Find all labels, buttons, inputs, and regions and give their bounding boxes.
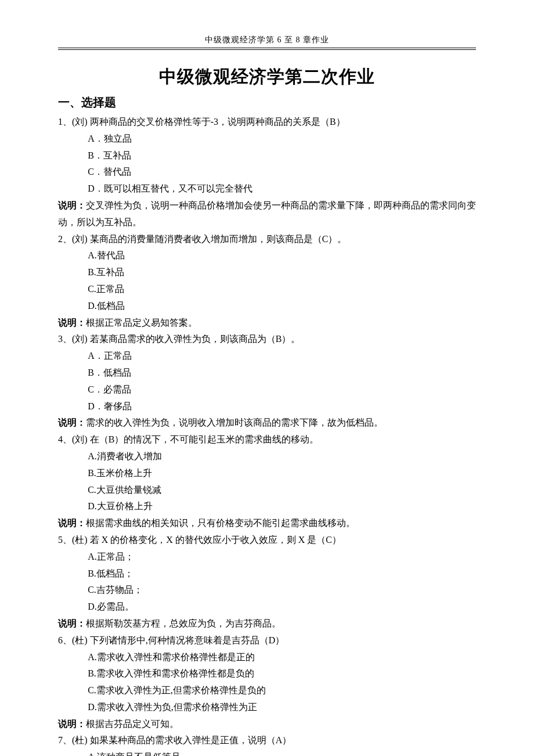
q1-stem: 1、(刘) 两种商品的交叉价格弹性等于-3，说明两种商品的关系是（B）	[58, 114, 476, 131]
q7-option-a: A.该种商品不是低等品	[58, 749, 476, 756]
q3-option-b: B．低档品	[58, 365, 476, 381]
q4-explain-text: 根据需求曲线的相关知识，只有价格变动不能引起需求曲线移动。	[86, 518, 355, 528]
section-1-heading: 一、选择题	[58, 95, 476, 110]
q1-option-b: B．互补品	[58, 147, 476, 164]
q6-option-c: C.需求收入弹性为正,但需求价格弹性是负的	[58, 682, 476, 699]
q1-option-a: A．独立品	[58, 131, 476, 147]
q6-option-d: D.需求收入弹性为负,但需求价格弹性为正	[58, 699, 476, 716]
q4-stem: 4、(刘) 在（B）的情况下，不可能引起玉米的需求曲线的移动。	[58, 431, 476, 448]
q2-stem: 2、(刘) 某商品的消费量随消费者收入增加而增加，则该商品是（C）。	[58, 231, 476, 248]
q3-explain: 说明：需求的收入弹性为负，说明收入增加时该商品的需求下降，故为低档品。	[58, 415, 476, 431]
q3-stem: 3、(刘) 若某商品需求的收入弹性为负，则该商品为（B）。	[58, 331, 476, 348]
q3-option-d: D．奢侈品	[58, 398, 476, 415]
q1-explain-label: 说明：	[58, 200, 86, 210]
q6-stem: 6、(杜) 下列诸情形中,何种情况将意味着是吉芬品（D）	[58, 632, 476, 649]
running-head-line2	[58, 49, 476, 50]
q2-explain-label: 说明：	[58, 318, 86, 327]
q1-option-c: C．替代品	[58, 164, 476, 181]
q2-option-b: B.互补品	[58, 264, 476, 281]
running-head: 中级微观经济学第 6 至 8 章作业	[58, 35, 476, 48]
q2-option-a: A.替代品	[58, 247, 476, 264]
q1-explain: 说明：交叉弹性为负，说明一种商品价格增加会使另一种商品的需求量下降，即两种商品的…	[58, 197, 476, 231]
q2-option-d: D.低档品	[58, 298, 476, 315]
q3-option-a: A．正常品	[58, 348, 476, 365]
q5-explain-text: 根据斯勒茨基方程，总效应为负，为吉芬商品。	[86, 618, 281, 628]
document-title: 中级微观经济学第二次作业	[58, 65, 476, 89]
q4-explain: 说明：根据需求曲线的相关知识，只有价格变动不能引起需求曲线移动。	[58, 515, 476, 532]
q5-option-b: B.低档品；	[58, 566, 476, 582]
q2-explain-text: 根据正常品定义易知答案。	[86, 318, 197, 327]
q4-explain-label: 说明：	[58, 518, 86, 528]
q4-option-b: B.玉米价格上升	[58, 465, 476, 482]
q6-explain-text: 根据吉芬品定义可知。	[86, 719, 179, 729]
q6-option-b: B.需求收入弹性和需求价格弹性都是负的	[58, 665, 476, 682]
q2-option-c: C.正常品	[58, 281, 476, 298]
q2-explain: 说明：根据正常品定义易知答案。	[58, 315, 476, 332]
page: 中级微观经济学第 6 至 8 章作业 中级微观经济学第二次作业 一、选择题 1、…	[0, 0, 534, 756]
q1-explain-text: 交叉弹性为负，说明一种商品价格增加会使另一种商品的需求量下降，即两种商品的需求同…	[58, 200, 476, 227]
q5-stem: 5、(杜) 若 X 的价格变化，X 的替代效应小于收入效应，则 X 是（C）	[58, 532, 476, 549]
q1-option-d: D．既可以相互替代，又不可以完全替代	[58, 181, 476, 197]
q4-option-a: A.消费者收入增加	[58, 448, 476, 465]
q5-explain-label: 说明：	[58, 618, 86, 628]
q4-option-d: D.大豆价格上升	[58, 498, 476, 515]
q5-option-a: A.正常品；	[58, 549, 476, 566]
q6-explain: 说明：根据吉芬品定义可知。	[58, 716, 476, 733]
q3-explain-text: 需求的收入弹性为负，说明收入增加时该商品的需求下降，故为低档品。	[86, 417, 383, 427]
q5-option-d: D.必需品。	[58, 599, 476, 615]
q6-option-a: A.需求收入弹性和需求价格弹性都是正的	[58, 649, 476, 666]
q3-option-c: C．必需品	[58, 381, 476, 398]
q7-stem: 7、(杜) 如果某种商品的需求收入弹性是正值，说明（A）	[58, 732, 476, 749]
q5-option-c: C.吉芬物品；	[58, 582, 476, 599]
q3-explain-label: 说明：	[58, 417, 86, 427]
q5-explain: 说明：根据斯勒茨基方程，总效应为负，为吉芬商品。	[58, 615, 476, 632]
q4-option-c: C.大豆供给量锐减	[58, 482, 476, 499]
q6-explain-label: 说明：	[58, 719, 86, 729]
